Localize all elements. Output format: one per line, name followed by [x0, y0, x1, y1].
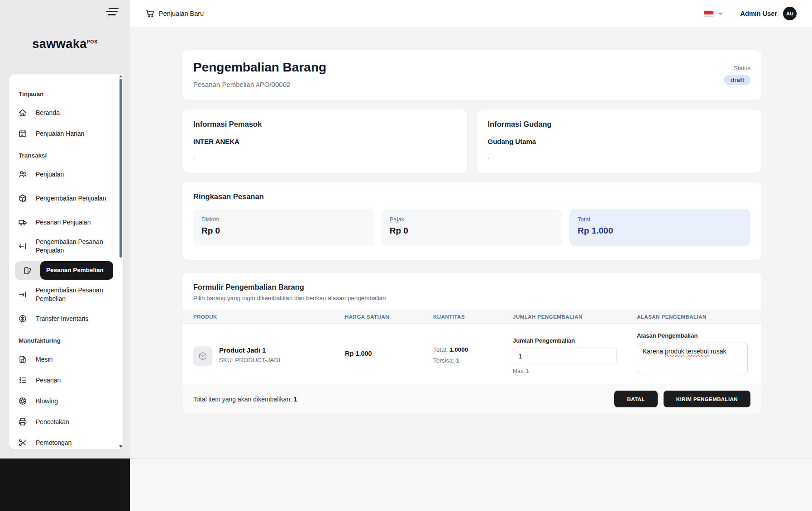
sidebar-item-label: Penjualan Harian	[36, 129, 84, 138]
column-header-harga-satuan: HARGA SATUAN	[334, 314, 422, 320]
home-icon	[18, 108, 27, 117]
page-bottom-fill	[130, 458, 812, 511]
warehouse-name: Gudang Utama	[488, 138, 751, 145]
sidebar-item-label: Blowing	[36, 397, 58, 406]
column-header-alasan-pengembalian: ALASAN PENGEMBALIAN	[626, 314, 761, 320]
sidebar-item-label: Transfer Inventaris	[36, 315, 88, 323]
return-qty-cell: Jumlah Pengembalian Max: 1	[502, 324, 626, 384]
reason-label: Alasan Pengembalian	[637, 332, 748, 339]
form-subtitle: Pilih barang yang ingin dikembalikan dan…	[193, 295, 750, 301]
discount-stat: Diskon Rp 0	[193, 209, 374, 246]
warehouse-info-card: Informasi Gudang Gudang Utama ,	[477, 110, 762, 173]
sidebar-item-pemotongan[interactable]: Pemotongan	[15, 434, 113, 449]
misspelled-word: tersebut	[686, 348, 709, 355]
sidebar-item-label: Pemotongan	[36, 439, 72, 447]
supplier-name: INTER ANEKA	[193, 138, 456, 145]
misspelled-word: produk	[665, 348, 684, 355]
new-sale-label: Penjualan Baru	[159, 10, 204, 17]
topbar: Penjualan Baru Admin User AU	[130, 0, 812, 27]
sidebar-item-label: Penjualan	[36, 170, 64, 179]
sidebar-item-penjualan[interactable]: Penjualan	[15, 165, 113, 183]
qty-total-value: 1.0000	[449, 346, 468, 353]
new-sale-button[interactable]: Penjualan Baru	[145, 9, 204, 18]
scrollbar-thumb[interactable]	[119, 79, 122, 258]
table-header-row: PRODUK HARGA SATUAN KUANTITAS JUMLAH PEN…	[182, 310, 761, 324]
product-name: Product Jadi 1	[219, 346, 280, 354]
avatar[interactable]: AU	[783, 7, 797, 20]
arrow-left-to-line-icon	[18, 242, 27, 251]
sidebar-active-pill: Pesanan Pembelian	[40, 261, 113, 280]
brand-logo: sawwakaPOS	[0, 37, 130, 51]
sidebar-item-label: Pengembalian Penjualan	[36, 194, 106, 203]
sidebar-item-blowing[interactable]: Blowing	[15, 392, 113, 410]
arrow-right-to-line-icon	[18, 290, 27, 299]
total-label: Total	[578, 216, 742, 223]
scrollbar-down-arrow-icon[interactable]	[119, 445, 123, 448]
return-qty-input[interactable]	[513, 348, 617, 364]
user-name: Admin User	[740, 10, 777, 17]
reason-textarea[interactable]: Karena produk tersebut rusak	[637, 343, 748, 374]
discount-value: Rp 0	[201, 226, 366, 236]
language-flag-icon[interactable]	[704, 10, 714, 17]
status-badge: draft	[724, 75, 750, 85]
table-row: Product Jadi 1 SKU: PRODUCT-JADI Rp 1.00…	[182, 324, 761, 384]
total-stat: Total Rp 1.000	[569, 209, 750, 246]
cancel-button[interactable]: BATAL	[614, 391, 657, 407]
product-sku: SKU: PRODUCT-JADI	[219, 357, 280, 363]
users-icon	[18, 170, 27, 179]
sidebar-item-beranda[interactable]: Beranda	[15, 104, 113, 122]
footer-total-value: 1	[294, 396, 297, 403]
tax-label: Pajak	[390, 216, 554, 223]
page-subtitle: Pesanan Pembelian #PO/00002	[193, 81, 326, 88]
sidebar-item-label: Pesanan Penjualan	[36, 218, 91, 227]
status-label: Status	[734, 65, 750, 72]
submit-return-button[interactable]: KIRIM PENGEMBALIAN	[664, 391, 750, 407]
sidebar-item-pengembalian-penjualan[interactable]: Pengembalian Penjualan	[15, 186, 113, 210]
discount-label: Diskon	[201, 216, 366, 223]
column-header-produk: PRODUK	[182, 314, 334, 320]
scissors-icon	[18, 438, 27, 447]
menu-toggle-icon[interactable]	[105, 8, 119, 18]
chevron-down-icon[interactable]	[717, 10, 724, 17]
sidebar-item-pesanan[interactable]: Pesanan	[15, 371, 113, 389]
sidebar-section-tinjauan: Tinjauan	[19, 91, 110, 97]
supplier-info-card: Informasi Pemasok INTER ANEKA ,	[182, 110, 467, 173]
order-summary-card: Ringkasan Pesanan Diskon Rp 0 Pajak Rp 0…	[182, 182, 761, 260]
quantity-cell: Total: 1.0000 Tersisa: 1	[422, 324, 502, 384]
tax-stat: Pajak Rp 0	[382, 209, 563, 246]
sidebar-item-label: Pesanan	[36, 376, 61, 385]
sidebar-item-label: Pesanan Pembelian	[46, 266, 104, 274]
sidebar-item-label: Pencetakan	[36, 418, 69, 426]
sidebar-item-penjualan-harian[interactable]: Penjualan Harian	[15, 124, 113, 143]
qty-total-label: Total:	[433, 346, 448, 353]
sidebar-item-pencetakan[interactable]: Pencetakan	[15, 413, 113, 431]
sidebar-scrollbar[interactable]	[119, 74, 123, 449]
sidebar-section-manufakturing: Manufakturing	[19, 337, 110, 344]
tax-value: Rp 0	[390, 226, 554, 236]
sidebar-item-mesin[interactable]: Mesin	[15, 350, 113, 368]
form-title: Formulir Pengembalian Barang	[193, 283, 750, 291]
aperture-icon	[18, 396, 27, 406]
sidebar: sawwakaPOS Tinjauan Beranda Penjualan Ha…	[0, 0, 130, 458]
package-x-icon	[18, 194, 27, 203]
form-footer: Total item yang akan dikembalikan: 1 BAT…	[182, 384, 761, 414]
sidebar-item-transfer-inventaris[interactable]: Transfer Inventaris	[15, 310, 113, 328]
sidebar-item-pesanan-penjualan[interactable]: Pesanan Penjualan	[15, 213, 113, 231]
main-content: Pengembalian Barang Pesanan Pembelian #P…	[182, 50, 761, 414]
cards-icon	[15, 266, 40, 275]
sidebar-item-pesanan-pembelian[interactable]: Pesanan Pembelian	[15, 261, 113, 280]
footer-total: Total item yang akan dikembalikan: 1	[193, 396, 297, 403]
warehouse-address: ,	[488, 153, 751, 160]
sidebar-item-label: Pengembalian Pesanan Penjualan	[36, 238, 110, 255]
supplier-card-title: Informasi Pemasok	[193, 120, 456, 129]
topbar-right: Admin User AU	[704, 7, 797, 20]
unit-price: Rp 1.000	[334, 324, 422, 384]
qty-remaining-value: 1	[456, 357, 459, 364]
page-title: Pengembalian Barang	[193, 60, 326, 75]
cart-icon	[145, 9, 155, 18]
sidebar-item-label: Mesin	[36, 355, 53, 364]
sidebar-item-pengembalian-pesanan-pembelian[interactable]: Pengembalian Pesanan Pembelian	[15, 282, 113, 307]
sidebar-item-pengembalian-pesanan-penjualan[interactable]: Pengembalian Pesanan Penjualan	[15, 234, 113, 258]
scrollbar-up-arrow-icon[interactable]	[119, 75, 123, 77]
return-qty-label: Jumlah Pengembalian	[513, 337, 626, 344]
